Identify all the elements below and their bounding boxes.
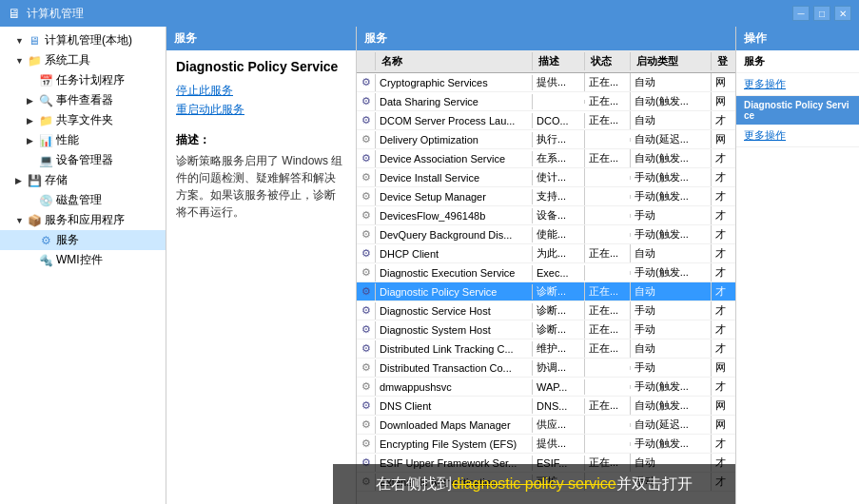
service-logon: 才 (712, 244, 735, 262)
service-row[interactable]: ⚙ Downloaded Maps Manager 供应... 自动(延迟...… (357, 416, 735, 435)
sidebar-item-svc-apps[interactable]: ▼ 📦 服务和应用程序 (0, 210, 166, 230)
service-row[interactable]: ⚙ Data Sharing Service 正在... 自动(触发... 网 (357, 92, 735, 111)
service-status: 正在... (585, 73, 631, 91)
service-icon: ⚙ (361, 380, 371, 394)
sidebar-item-services[interactable]: ⚙ 服务 (0, 230, 166, 250)
service-startup: 手动(触发... (631, 168, 712, 186)
service-name: dmwappushsvc (376, 379, 533, 395)
sidebar-item-label: 性能 (56, 132, 79, 148)
service-row[interactable]: ⚙ Distributed Transaction Co... 协调... 手动… (357, 359, 735, 378)
service-desc: 使能... (533, 225, 585, 243)
service-logon: 才 (712, 187, 735, 205)
service-status: 正在... (585, 282, 631, 300)
action-item-more-1[interactable]: 更多操作 (736, 73, 859, 96)
service-status (585, 233, 631, 237)
service-status: 正在... (585, 320, 631, 339)
service-icon: ⚙ (361, 190, 371, 204)
sidebar-item-storage[interactable]: ▶ 💾 存储 (0, 170, 166, 190)
service-startup: 自动(触发... (631, 92, 712, 110)
service-name: Delivery Optimization (376, 132, 533, 147)
col-header-desc: 描述 (533, 52, 585, 70)
sidebar-item-performance[interactable]: ▶ 📊 性能 (0, 130, 166, 150)
service-row[interactable]: ⚙ Device Setup Manager 支持... 手动(触发... 才 (357, 187, 735, 206)
service-desc: 使计... (533, 168, 585, 186)
sidebar-root[interactable]: ▼ 🖥 计算机管理(本地) (0, 30, 166, 50)
service-desc (533, 100, 585, 104)
middle-panel: 服务 Diagnostic Policy Service 停止此服务 重启动此服… (166, 27, 357, 504)
service-icon: ⚙ (361, 114, 371, 127)
service-name: Device Association Service (376, 151, 533, 166)
restart-service-link[interactable]: 重启动此服务 (176, 102, 346, 118)
service-name-title: Diagnostic Policy Service (166, 50, 356, 79)
service-startup: 自动 (631, 339, 712, 358)
service-status (585, 214, 631, 218)
service-status (585, 271, 631, 275)
sidebar-item-shared-folders[interactable]: ▶ 📁 共享文件夹 (0, 110, 166, 130)
service-logon: 才 (712, 225, 735, 243)
service-startup: 自动 (631, 244, 712, 262)
service-startup: 自动(延迟... (631, 130, 712, 148)
service-status (585, 138, 631, 142)
service-row[interactable]: ⚙ Diagnostic System Host 诊断... 正在... 手动 … (357, 320, 735, 339)
service-startup: 手动 (631, 206, 712, 224)
service-icon: ⚙ (361, 266, 371, 280)
description-text: 诊断策略服务启用了 Windows 组件的问题检测、疑难解答和解决方案。如果该服… (166, 150, 356, 228)
service-row[interactable]: ⚙ dmwappushsvc WAP... 手动(触发... 才 (357, 378, 735, 397)
service-row[interactable]: ⚙ Device Association Service 在系... 正在...… (357, 149, 735, 168)
title-bar-icon: 🖥 (8, 6, 21, 21)
service-row[interactable]: ⚙ Delivery Optimization 执行... 自动(延迟... 网 (357, 130, 735, 149)
service-name: Diagnostic System Host (376, 322, 533, 338)
actions-header-1: 操作 (736, 27, 859, 50)
service-icon: ⚙ (361, 95, 371, 108)
service-row[interactable]: ⚙ Distributed Link Tracking C... 维护... 正… (357, 339, 735, 359)
service-status: 正在... (585, 149, 631, 167)
subtitle-text-before: 在右侧找到 (376, 475, 452, 492)
service-row[interactable]: ⚙ Diagnostic Service Host 诊断... 正在... 手动… (357, 301, 735, 320)
close-button[interactable]: ✕ (834, 6, 851, 21)
service-desc: DNS... (533, 398, 585, 414)
subtitle-text-after: 并双击打开 (616, 475, 693, 492)
sidebar-item-label: 任务计划程序 (56, 72, 125, 88)
action-item-more-2[interactable]: 更多操作 (736, 125, 859, 147)
service-name: Diagnostic Service Host (376, 303, 533, 319)
service-row[interactable]: ⚙ Diagnostic Policy Service 诊断... 正在... … (357, 282, 735, 301)
sidebar-item-label: 服务 (56, 232, 79, 248)
service-row[interactable]: ⚙ DevicesFlow_496148b 设备... 手动 才 (357, 206, 735, 225)
service-logon: 网 (712, 397, 735, 415)
stop-service-link[interactable]: 停止此服务 (176, 83, 346, 99)
maximize-button[interactable]: □ (813, 6, 830, 21)
sidebar-item-disk-mgmt[interactable]: 💿 磁盘管理 (0, 190, 166, 210)
services-list: 名称 描述 状态 启动类型 登 ⚙ Cryptographic Services… (357, 50, 735, 504)
minimize-button[interactable]: ─ (792, 6, 810, 21)
sidebar-item-device-mgr[interactable]: 💻 设备管理器 (0, 150, 166, 170)
service-row[interactable]: ⚙ DNS Client DNS... 正在... 自动(触发... 网 (357, 397, 735, 416)
service-icon: ⚙ (361, 304, 371, 318)
service-row[interactable]: ⚙ Device Install Service 使计... 手动(触发... … (357, 168, 735, 187)
sidebar-item-wmi[interactable]: 🔩 WMI控件 (0, 250, 166, 270)
sidebar-item-task-sched[interactable]: 📅 任务计划程序 (0, 70, 166, 90)
service-row[interactable]: ⚙ DCOM Server Process Lau... DCO... 正在..… (357, 111, 735, 130)
service-status (585, 176, 631, 180)
service-icon: ⚙ (361, 285, 371, 299)
service-status (585, 385, 631, 389)
sidebar-item-sys-tools[interactable]: ▼ 📁 系统工具 (0, 50, 166, 70)
service-startup: 手动 (631, 301, 712, 320)
service-row[interactable]: ⚙ DHCP Client 为此... 正在... 自动 才 (357, 244, 735, 263)
service-row[interactable]: ⚙ Diagnostic Execution Service Exec... 手… (357, 263, 735, 282)
service-icon: ⚙ (361, 76, 371, 89)
service-icon: ⚙ (361, 323, 371, 337)
service-row[interactable]: ⚙ DevQuery Background Dis... 使能... 手动(触发… (357, 225, 735, 244)
service-status: 正在... (585, 111, 631, 129)
service-logon: 网 (712, 92, 735, 110)
service-startup: 自动 (631, 73, 712, 91)
subtitle-highlight: diagnostic policy service (452, 475, 616, 492)
service-icon: ⚙ (361, 342, 371, 356)
service-startup: 手动 (631, 320, 712, 339)
service-desc: WAP... (533, 379, 585, 395)
service-row[interactable]: ⚙ Cryptographic Services 提供... 正在... 自动 … (357, 73, 735, 92)
service-row[interactable]: ⚙ Encrypting File System (EFS) 提供... 手动(… (357, 435, 735, 454)
sidebar-item-label: 设备管理器 (56, 152, 113, 168)
service-name: DNS Client (376, 398, 533, 414)
action-item-services[interactable]: 服务 (736, 50, 859, 73)
sidebar-item-event-viewer[interactable]: ▶ 🔍 事件查看器 (0, 90, 166, 110)
